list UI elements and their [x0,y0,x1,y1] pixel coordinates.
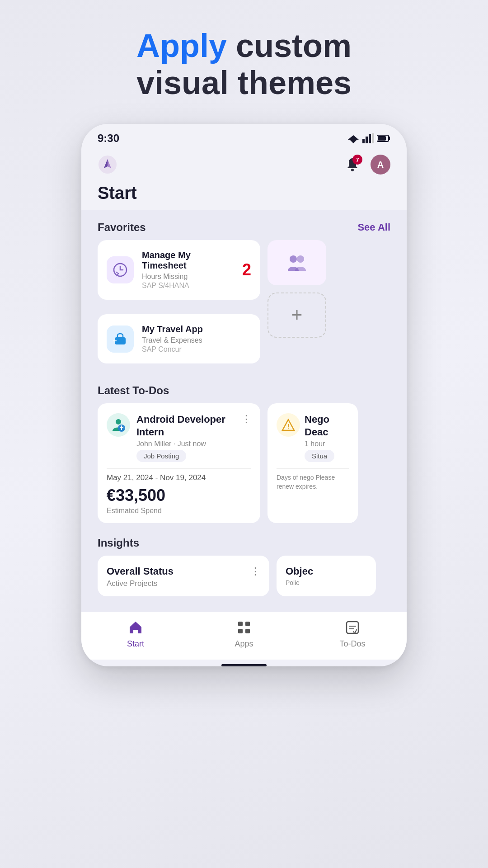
svg-rect-6 [389,137,390,140]
wifi-icon [347,133,360,143]
insights-status-title: Overall Status [107,566,174,577]
fav-card-timesheet-badge: 2 [242,260,251,279]
svg-rect-18 [238,622,243,626]
todo-card-android[interactable]: Android Developer Intern John Miller · J… [98,403,260,523]
svg-point-12 [290,255,297,263]
fav-card-travel[interactable]: My Travel App Travel & Expenses SAP Conc… [98,314,260,363]
fav-card-travel-name: My Travel App [142,324,251,335]
insights-status-sub: Active Projects [107,579,174,588]
svg-rect-4 [372,133,374,143]
add-favorite-card[interactable]: + [267,292,326,338]
todo-card-android-text: Android Developer Intern John Miller · J… [136,413,235,462]
battery-icon [377,134,390,142]
todo-nego-tag: Situa [305,450,334,462]
nav-item-start[interactable]: Start [81,618,190,649]
timesheet-icon [112,262,128,278]
fav-side-col: + [267,240,326,371]
svg-rect-19 [245,622,250,626]
todo-nego-text: NegoDeac 1 hour Situa [305,413,334,462]
todo-nego-body: Days of nego Please renew expires. [277,473,349,491]
fav-card-travel-info: My Travel App Travel & Expenses SAP Conc… [142,324,251,354]
travel-icon [112,331,128,347]
avatar[interactable]: A [371,155,390,175]
notification-button[interactable]: 7 [343,155,362,175]
svg-rect-7 [378,136,386,141]
status-time: 9:30 [98,132,119,145]
todo-android-title: Android Developer Intern [136,413,235,438]
svg-marker-0 [348,135,359,143]
insights-cards-row: Overall Status Active Projects ⋮ Objec P… [81,556,407,596]
headline: Apply custom visual themes [136,27,352,101]
phone-frame: 9:30 [81,124,407,666]
todo-nego-title: NegoDeac [305,413,334,438]
todos-title: Latest To-Dos [98,384,169,397]
todo-android-amount-label: Estimated Spend [107,507,251,515]
svg-text:!: ! [287,423,290,430]
svg-rect-21 [245,629,250,633]
todo-android-amount: €33,500 [107,486,251,505]
nav-label-todos: To-Dos [339,639,365,649]
add-icon: + [291,304,303,326]
todo-divider [107,468,251,469]
svg-rect-3 [369,134,371,143]
signal-icon [362,133,374,143]
nav-item-apps[interactable]: Apps [190,618,298,649]
todos-section: Latest To-Dos [81,382,407,523]
insights-card-status[interactable]: Overall Status Active Projects ⋮ [98,556,269,596]
people-icon [286,254,308,272]
notification-badge: 7 [352,155,362,165]
todos-cards-row: Android Developer Intern John Miller · J… [81,403,407,523]
headline-rest-2: visual themes [136,65,352,101]
home-indicator [221,664,267,666]
insights-objec-title: Objec [286,566,367,577]
apps-icon [235,618,253,637]
todo-android-menu[interactable]: ⋮ [241,413,251,425]
bottom-nav: Start Apps To-Dos [81,612,407,660]
favorites-see-all[interactable]: See All [357,222,390,233]
favorites-section: Favorites See All [81,218,407,371]
todo-warning-icon: ! [277,413,300,437]
fav-card-timesheet-sub: Hours Missing [142,273,234,281]
fav-people-card[interactable] [267,240,326,285]
app-header: 7 A [81,149,407,179]
insights-objec-sub: Polic [286,579,367,586]
insights-card-status-header: Overall Status Active Projects ⋮ [107,566,260,588]
headline-rest: custom [227,28,352,64]
favorites-title: Favorites [98,221,146,234]
nav-label-start: Start [127,639,144,649]
person-briefcase-icon [111,417,126,433]
todo-android-icon [107,413,130,437]
insights-header: Insights [81,534,407,556]
insights-status-menu[interactable]: ⋮ [250,566,260,577]
todo-android-meta: John Miller · Just now [136,440,235,448]
todo-android-date: May 21, 2024 - Nov 19, 2024 [107,473,251,482]
todo-android-tag: Job Posting [136,450,186,462]
header-right: 7 A [343,155,390,175]
fav-card-travel-sub: Travel & Expenses [142,336,251,344]
fav-cards-col: Manage My Timesheet Hours Missing SAP S/… [98,240,260,371]
insights-card-status-text: Overall Status Active Projects [107,566,174,588]
status-bar: 9:30 [81,124,407,149]
todo-card-nego[interactable]: ! NegoDeac 1 hour Situa Days of nego Ple… [267,403,358,523]
todo-nego-header: ! NegoDeac 1 hour Situa [277,413,349,462]
insights-title: Insights [98,537,139,549]
svg-point-9 [351,169,354,171]
warning-triangle-icon: ! [282,419,295,431]
scroll-content: Favorites See All [81,210,407,612]
insights-card-objec[interactable]: Objec Polic [277,556,376,596]
svg-rect-2 [366,137,368,143]
nav-item-todos[interactable]: To-Dos [298,618,407,649]
todo-card-android-header: Android Developer Intern John Miller · J… [107,413,251,462]
todo-nego-time: 1 hour [305,440,334,448]
insights-section: Insights Overall Status Active Projects … [81,534,407,601]
svg-rect-1 [362,139,365,143]
status-icons [347,133,390,143]
fav-card-timesheet[interactable]: Manage My Timesheet Hours Missing SAP S/… [98,240,260,300]
todos-icon [343,618,361,637]
svg-rect-20 [238,629,243,633]
fav-card-travel-system: SAP Concur [142,345,251,354]
svg-point-14 [116,419,121,425]
timesheet-icon-wrap [107,256,134,283]
svg-rect-22 [347,622,358,633]
fav-card-timesheet-system: SAP S/4HANA [142,282,234,290]
